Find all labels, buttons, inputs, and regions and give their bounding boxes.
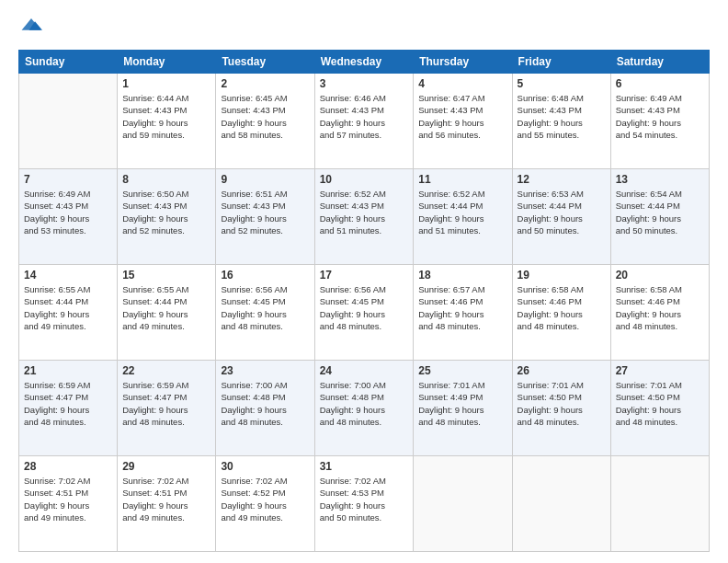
calendar-cell: 9Sunrise: 6:51 AM Sunset: 4:43 PM Daylig… [216,169,314,265]
day-number: 13 [616,173,704,186]
weekday-header-monday: Monday [118,51,216,74]
day-info: Sunrise: 6:52 AM Sunset: 4:44 PM Dayligh… [418,188,506,236]
calendar-cell: 3Sunrise: 6:46 AM Sunset: 4:43 PM Daylig… [314,74,414,169]
calendar-cell: 8Sunrise: 6:50 AM Sunset: 4:43 PM Daylig… [118,169,216,265]
calendar-cell: 5Sunrise: 6:48 AM Sunset: 4:43 PM Daylig… [512,74,610,169]
day-info: Sunrise: 6:54 AM Sunset: 4:44 PM Dayligh… [616,188,704,236]
day-info: Sunrise: 6:45 AM Sunset: 4:43 PM Dayligh… [221,92,309,141]
calendar-cell: 31Sunrise: 7:02 AM Sunset: 4:53 PM Dayli… [314,456,414,552]
calendar-cell: 4Sunrise: 6:47 AM Sunset: 4:43 PM Daylig… [414,74,512,169]
day-number: 19 [518,269,606,282]
calendar-cell: 28Sunrise: 7:02 AM Sunset: 4:51 PM Dayli… [19,456,118,552]
calendar-cell: 21Sunrise: 6:59 AM Sunset: 4:47 PM Dayli… [19,361,118,456]
calendar-cell: 15Sunrise: 6:55 AM Sunset: 4:44 PM Dayli… [118,265,216,361]
day-number: 25 [418,364,506,377]
calendar-cell: 19Sunrise: 6:58 AM Sunset: 4:46 PM Dayli… [512,265,610,361]
day-info: Sunrise: 7:02 AM Sunset: 4:51 PM Dayligh… [24,475,112,523]
calendar-week-row: 14Sunrise: 6:55 AM Sunset: 4:44 PM Dayli… [19,265,710,361]
calendar-cell [414,456,512,552]
calendar-cell: 1Sunrise: 6:44 AM Sunset: 4:43 PM Daylig… [118,74,216,169]
day-number: 5 [518,77,606,90]
calendar-cell: 10Sunrise: 6:52 AM Sunset: 4:43 PM Dayli… [314,169,414,265]
day-number: 4 [418,77,506,90]
page: SundayMondayTuesdayWednesdayThursdayFrid… [0,0,728,563]
day-number: 17 [320,269,409,282]
day-info: Sunrise: 6:58 AM Sunset: 4:46 PM Dayligh… [518,283,606,332]
logo-icon [20,15,42,37]
day-number: 10 [320,173,409,186]
weekday-header-wednesday: Wednesday [314,51,414,74]
day-info: Sunrise: 6:55 AM Sunset: 4:44 PM Dayligh… [24,283,112,332]
day-info: Sunrise: 7:01 AM Sunset: 4:50 PM Dayligh… [616,379,704,428]
day-info: Sunrise: 6:56 AM Sunset: 4:45 PM Dayligh… [320,283,409,332]
day-info: Sunrise: 6:46 AM Sunset: 4:43 PM Dayligh… [320,92,409,141]
calendar-table: SundayMondayTuesdayWednesdayThursdayFrid… [18,50,710,552]
day-number: 3 [320,77,409,90]
calendar-cell: 23Sunrise: 7:00 AM Sunset: 4:48 PM Dayli… [216,361,314,456]
calendar-cell: 26Sunrise: 7:01 AM Sunset: 4:50 PM Dayli… [512,361,610,456]
calendar-cell: 20Sunrise: 6:58 AM Sunset: 4:46 PM Dayli… [610,265,709,361]
calendar-week-row: 1Sunrise: 6:44 AM Sunset: 4:43 PM Daylig… [19,74,710,169]
day-number: 27 [616,364,704,377]
day-number: 15 [122,269,210,282]
day-number: 2 [221,77,309,90]
day-number: 31 [320,460,409,473]
logo [18,15,42,40]
day-info: Sunrise: 6:49 AM Sunset: 4:43 PM Dayligh… [24,188,112,236]
calendar-cell: 25Sunrise: 7:01 AM Sunset: 4:49 PM Dayli… [414,361,512,456]
day-number: 9 [221,173,309,186]
calendar-cell: 30Sunrise: 7:02 AM Sunset: 4:52 PM Dayli… [216,456,314,552]
day-info: Sunrise: 6:47 AM Sunset: 4:43 PM Dayligh… [418,92,506,141]
day-number: 29 [122,460,210,473]
day-number: 18 [418,269,506,282]
day-number: 12 [518,173,606,186]
day-info: Sunrise: 6:59 AM Sunset: 4:47 PM Dayligh… [122,379,210,428]
day-info: Sunrise: 6:50 AM Sunset: 4:43 PM Dayligh… [122,188,210,236]
calendar-week-row: 21Sunrise: 6:59 AM Sunset: 4:47 PM Dayli… [19,361,710,456]
weekday-header-sunday: Sunday [19,51,118,74]
day-info: Sunrise: 6:58 AM Sunset: 4:46 PM Dayligh… [616,283,704,332]
day-info: Sunrise: 7:00 AM Sunset: 4:48 PM Dayligh… [221,379,309,428]
day-number: 21 [24,364,112,377]
weekday-header-thursday: Thursday [414,51,512,74]
weekday-header-tuesday: Tuesday [216,51,314,74]
day-number: 22 [122,364,210,377]
day-info: Sunrise: 6:57 AM Sunset: 4:46 PM Dayligh… [418,283,506,332]
day-number: 16 [221,269,309,282]
day-info: Sunrise: 6:53 AM Sunset: 4:44 PM Dayligh… [518,188,606,236]
calendar-cell: 14Sunrise: 6:55 AM Sunset: 4:44 PM Dayli… [19,265,118,361]
calendar-cell: 24Sunrise: 7:00 AM Sunset: 4:48 PM Dayli… [314,361,414,456]
calendar-cell: 18Sunrise: 6:57 AM Sunset: 4:46 PM Dayli… [414,265,512,361]
day-number: 6 [616,77,704,90]
day-number: 30 [221,460,309,473]
weekday-header-row: SundayMondayTuesdayWednesdayThursdayFrid… [19,51,710,74]
calendar-cell: 6Sunrise: 6:49 AM Sunset: 4:43 PM Daylig… [610,74,709,169]
day-info: Sunrise: 7:00 AM Sunset: 4:48 PM Dayligh… [320,379,409,428]
calendar-cell: 17Sunrise: 6:56 AM Sunset: 4:45 PM Dayli… [314,265,414,361]
calendar-cell: 2Sunrise: 6:45 AM Sunset: 4:43 PM Daylig… [216,74,314,169]
weekday-header-friday: Friday [512,51,610,74]
day-info: Sunrise: 7:02 AM Sunset: 4:51 PM Dayligh… [122,475,210,523]
calendar-cell: 27Sunrise: 7:01 AM Sunset: 4:50 PM Dayli… [610,361,709,456]
day-info: Sunrise: 6:56 AM Sunset: 4:45 PM Dayligh… [221,283,309,332]
day-info: Sunrise: 7:01 AM Sunset: 4:49 PM Dayligh… [418,379,506,428]
day-info: Sunrise: 6:55 AM Sunset: 4:44 PM Dayligh… [122,283,210,332]
day-info: Sunrise: 7:01 AM Sunset: 4:50 PM Dayligh… [518,379,606,428]
day-number: 20 [616,269,704,282]
calendar-cell: 7Sunrise: 6:49 AM Sunset: 4:43 PM Daylig… [19,169,118,265]
calendar-cell [512,456,610,552]
day-info: Sunrise: 7:02 AM Sunset: 4:52 PM Dayligh… [221,475,309,523]
day-number: 7 [24,173,112,186]
calendar-cell: 16Sunrise: 6:56 AM Sunset: 4:45 PM Dayli… [216,265,314,361]
day-info: Sunrise: 6:49 AM Sunset: 4:43 PM Dayligh… [616,92,704,141]
day-number: 14 [24,269,112,282]
header [18,15,710,40]
day-number: 1 [122,77,210,90]
day-info: Sunrise: 6:51 AM Sunset: 4:43 PM Dayligh… [221,188,309,236]
calendar-cell: 11Sunrise: 6:52 AM Sunset: 4:44 PM Dayli… [414,169,512,265]
calendar-cell [19,74,118,169]
calendar-week-row: 28Sunrise: 7:02 AM Sunset: 4:51 PM Dayli… [19,456,710,552]
day-number: 8 [122,173,210,186]
calendar-cell: 13Sunrise: 6:54 AM Sunset: 4:44 PM Dayli… [610,169,709,265]
calendar-cell: 22Sunrise: 6:59 AM Sunset: 4:47 PM Dayli… [118,361,216,456]
